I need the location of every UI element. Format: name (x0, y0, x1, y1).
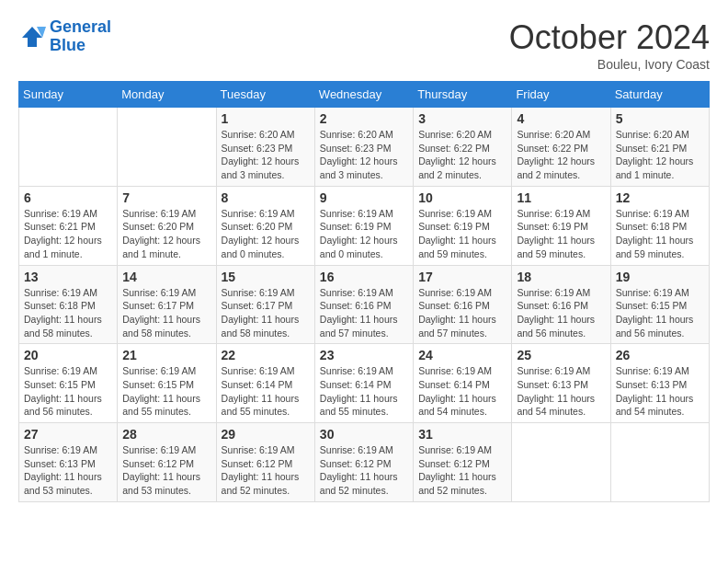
calendar-week-row: 1Sunrise: 6:20 AM Sunset: 6:23 PM Daylig… (19, 108, 710, 187)
day-number: 23 (320, 348, 408, 362)
calendar-cell: 23Sunrise: 6:19 AM Sunset: 6:14 PM Dayli… (314, 344, 413, 423)
weekday-header: Monday (118, 82, 216, 108)
calendar-cell: 1Sunrise: 6:20 AM Sunset: 6:23 PM Daylig… (216, 108, 314, 187)
calendar-cell: 31Sunrise: 6:19 AM Sunset: 6:12 PM Dayli… (414, 423, 512, 502)
calendar-cell: 10Sunrise: 6:19 AM Sunset: 6:19 PM Dayli… (414, 186, 512, 265)
day-number: 11 (517, 190, 605, 205)
calendar-cell: 24Sunrise: 6:19 AM Sunset: 6:14 PM Dayli… (414, 344, 512, 423)
day-info: Sunrise: 6:19 AM Sunset: 6:13 PM Dayligh… (616, 364, 704, 419)
calendar-cell: 28Sunrise: 6:19 AM Sunset: 6:12 PM Dayli… (118, 423, 216, 502)
weekday-header-row: SundayMondayTuesdayWednesdayThursdayFrid… (19, 82, 710, 108)
day-number: 31 (418, 427, 506, 442)
day-number: 12 (616, 190, 704, 205)
day-number: 5 (616, 111, 704, 126)
day-info: Sunrise: 6:19 AM Sunset: 6:12 PM Dayligh… (320, 443, 408, 498)
page-header: General Blue October 2024 Bouleu, Ivory … (18, 18, 710, 72)
calendar-cell: 22Sunrise: 6:19 AM Sunset: 6:14 PM Dayli… (216, 344, 314, 423)
day-number: 22 (222, 348, 310, 362)
weekday-header: Friday (512, 82, 610, 108)
calendar-week-row: 13Sunrise: 6:19 AM Sunset: 6:18 PM Dayli… (19, 265, 710, 344)
day-number: 3 (418, 111, 506, 126)
day-number: 20 (24, 348, 112, 362)
day-info: Sunrise: 6:20 AM Sunset: 6:21 PM Dayligh… (616, 128, 704, 182)
day-info: Sunrise: 6:19 AM Sunset: 6:21 PM Dayligh… (24, 207, 112, 261)
day-info: Sunrise: 6:19 AM Sunset: 6:17 PM Dayligh… (222, 286, 310, 340)
day-number: 27 (24, 427, 112, 442)
calendar-cell: 26Sunrise: 6:19 AM Sunset: 6:13 PM Dayli… (610, 344, 709, 423)
day-number: 24 (418, 348, 506, 362)
logo-icon (18, 23, 46, 51)
calendar-cell: 2Sunrise: 6:20 AM Sunset: 6:23 PM Daylig… (314, 108, 413, 187)
day-info: Sunrise: 6:19 AM Sunset: 6:15 PM Dayligh… (24, 364, 112, 419)
day-info: Sunrise: 6:19 AM Sunset: 6:14 PM Dayligh… (320, 364, 408, 419)
day-info: Sunrise: 6:19 AM Sunset: 6:12 PM Dayligh… (418, 443, 506, 498)
day-info: Sunrise: 6:19 AM Sunset: 6:12 PM Dayligh… (222, 443, 310, 498)
day-number: 8 (222, 190, 310, 205)
day-number: 25 (517, 348, 605, 362)
day-number: 7 (122, 190, 210, 205)
calendar-cell (19, 108, 118, 187)
day-info: Sunrise: 6:19 AM Sunset: 6:13 PM Dayligh… (24, 443, 112, 498)
day-number: 6 (24, 190, 112, 205)
calendar-cell: 21Sunrise: 6:19 AM Sunset: 6:15 PM Dayli… (118, 344, 216, 423)
title-block: October 2024 Bouleu, Ivory Coast (509, 18, 710, 72)
calendar-cell (512, 423, 610, 502)
day-number: 17 (418, 270, 506, 284)
day-number: 13 (24, 270, 112, 284)
month-title: October 2024 (509, 18, 710, 57)
calendar-cell: 12Sunrise: 6:19 AM Sunset: 6:18 PM Dayli… (610, 186, 709, 265)
calendar-cell: 29Sunrise: 6:19 AM Sunset: 6:12 PM Dayli… (216, 423, 314, 502)
day-number: 16 (320, 270, 408, 284)
calendar-cell: 27Sunrise: 6:19 AM Sunset: 6:13 PM Dayli… (19, 423, 118, 502)
day-number: 10 (418, 190, 506, 205)
day-info: Sunrise: 6:19 AM Sunset: 6:19 PM Dayligh… (320, 207, 408, 261)
day-info: Sunrise: 6:19 AM Sunset: 6:15 PM Dayligh… (616, 286, 704, 340)
calendar-cell (610, 423, 709, 502)
calendar-cell: 11Sunrise: 6:19 AM Sunset: 6:19 PM Dayli… (512, 186, 610, 265)
calendar-cell: 18Sunrise: 6:19 AM Sunset: 6:16 PM Dayli… (512, 265, 610, 344)
calendar-cell: 30Sunrise: 6:19 AM Sunset: 6:12 PM Dayli… (314, 423, 413, 502)
day-number: 21 (122, 348, 210, 362)
calendar-cell (118, 108, 216, 187)
day-info: Sunrise: 6:20 AM Sunset: 6:23 PM Dayligh… (320, 128, 408, 182)
calendar-cell: 13Sunrise: 6:19 AM Sunset: 6:18 PM Dayli… (19, 265, 118, 344)
calendar-table: SundayMondayTuesdayWednesdayThursdayFrid… (18, 81, 710, 502)
calendar-cell: 5Sunrise: 6:20 AM Sunset: 6:21 PM Daylig… (610, 108, 709, 187)
calendar-cell: 8Sunrise: 6:19 AM Sunset: 6:20 PM Daylig… (216, 186, 314, 265)
day-info: Sunrise: 6:20 AM Sunset: 6:22 PM Dayligh… (418, 128, 506, 182)
day-number: 1 (222, 111, 310, 126)
weekday-header: Wednesday (314, 82, 413, 108)
day-info: Sunrise: 6:19 AM Sunset: 6:20 PM Dayligh… (222, 207, 310, 261)
calendar-week-row: 6Sunrise: 6:19 AM Sunset: 6:21 PM Daylig… (19, 186, 710, 265)
calendar-week-row: 20Sunrise: 6:19 AM Sunset: 6:15 PM Dayli… (19, 344, 710, 423)
day-info: Sunrise: 6:19 AM Sunset: 6:20 PM Dayligh… (122, 207, 210, 261)
day-info: Sunrise: 6:19 AM Sunset: 6:19 PM Dayligh… (418, 207, 506, 261)
calendar-cell: 15Sunrise: 6:19 AM Sunset: 6:17 PM Dayli… (216, 265, 314, 344)
day-number: 9 (320, 190, 408, 205)
day-number: 15 (222, 270, 310, 284)
weekday-header: Tuesday (216, 82, 314, 108)
day-info: Sunrise: 6:19 AM Sunset: 6:16 PM Dayligh… (517, 286, 605, 340)
day-number: 19 (616, 270, 704, 284)
day-info: Sunrise: 6:19 AM Sunset: 6:16 PM Dayligh… (418, 286, 506, 340)
day-info: Sunrise: 6:19 AM Sunset: 6:14 PM Dayligh… (222, 364, 310, 419)
calendar-cell: 17Sunrise: 6:19 AM Sunset: 6:16 PM Dayli… (414, 265, 512, 344)
calendar-week-row: 27Sunrise: 6:19 AM Sunset: 6:13 PM Dayli… (19, 423, 710, 502)
day-number: 29 (222, 427, 310, 442)
day-number: 26 (616, 348, 704, 362)
day-info: Sunrise: 6:19 AM Sunset: 6:18 PM Dayligh… (616, 207, 704, 261)
calendar-cell: 7Sunrise: 6:19 AM Sunset: 6:20 PM Daylig… (118, 186, 216, 265)
weekday-header: Saturday (610, 82, 709, 108)
weekday-header: Sunday (19, 82, 118, 108)
logo-text: General Blue (50, 18, 111, 55)
location-subtitle: Bouleu, Ivory Coast (509, 57, 710, 72)
day-info: Sunrise: 6:19 AM Sunset: 6:17 PM Dayligh… (122, 286, 210, 340)
calendar-cell: 19Sunrise: 6:19 AM Sunset: 6:15 PM Dayli… (610, 265, 709, 344)
day-info: Sunrise: 6:20 AM Sunset: 6:23 PM Dayligh… (222, 128, 310, 182)
day-number: 14 (122, 270, 210, 284)
day-number: 18 (517, 270, 605, 284)
day-info: Sunrise: 6:19 AM Sunset: 6:16 PM Dayligh… (320, 286, 408, 340)
calendar-cell: 6Sunrise: 6:19 AM Sunset: 6:21 PM Daylig… (19, 186, 118, 265)
calendar-cell: 9Sunrise: 6:19 AM Sunset: 6:19 PM Daylig… (314, 186, 413, 265)
weekday-header: Thursday (414, 82, 512, 108)
